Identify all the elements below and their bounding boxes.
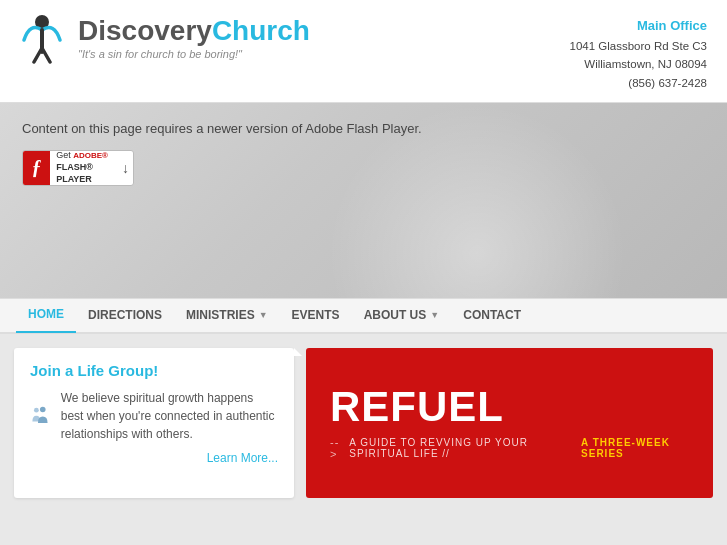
- ministries-arrow-icon: ▼: [259, 310, 268, 320]
- flash-f-icon: ƒ: [32, 156, 42, 179]
- logo-text-area: DiscoveryChurch "It's a sin for church t…: [78, 16, 310, 61]
- logo-discovery: Discovery: [78, 15, 212, 46]
- nav-directions[interactable]: DIRECTIONS: [76, 297, 174, 333]
- life-group-title: Join a Life Group!: [30, 362, 278, 379]
- flash-get: Get ADOBE®: [56, 150, 108, 160]
- flash-icon: ƒ: [23, 150, 50, 186]
- about-arrow-icon: ▼: [430, 310, 439, 320]
- nav-bar: HOME DIRECTIONS MINISTRIES ▼ EVENTS ABOU…: [0, 298, 727, 334]
- flash-badge-text: Get ADOBE® FLASH® PLAYER: [50, 150, 122, 186]
- contact-info: Main Office 1041 Glassboro Rd Ste C3 Wil…: [570, 16, 707, 92]
- refuel-title: REFUEL: [330, 386, 689, 428]
- refuel-fuel: FUEL: [390, 383, 504, 430]
- refuel-card[interactable]: REFUEL --> A GUIDE TO REVVING UP YOUR SP…: [306, 348, 713, 498]
- nav-ministries[interactable]: MINISTRIES ▼: [174, 297, 280, 333]
- learn-more-link[interactable]: Learn More...: [61, 451, 278, 465]
- logo-icon: [16, 12, 68, 64]
- logo-name: DiscoveryChurch: [78, 16, 310, 47]
- contact-phone: (856) 637-2428: [570, 74, 707, 92]
- logo-tagline: "It's a sin for church to be boring!": [78, 48, 310, 60]
- nav-home[interactable]: HOME: [16, 297, 76, 333]
- main-content: Join a Life Group! We believe spiritual …: [0, 334, 727, 512]
- contact-address1: 1041 Glassboro Rd Ste C3: [570, 37, 707, 55]
- header: DiscoveryChurch "It's a sin for church t…: [0, 0, 727, 103]
- life-group-card: Join a Life Group! We believe spiritual …: [14, 348, 294, 498]
- nav-about[interactable]: ABOUT US ▼: [352, 297, 452, 333]
- life-group-body: We believe spiritual growth happens best…: [30, 389, 278, 465]
- contact-address2: Williamstown, NJ 08094: [570, 55, 707, 73]
- refuel-re: RE: [330, 383, 390, 430]
- flash-badge[interactable]: ƒ Get ADOBE® FLASH® PLAYER ↓: [22, 150, 134, 186]
- refuel-highlight: A THREE-WEEK SERIES: [581, 437, 689, 459]
- flash-content-area: Content on this page requires a newer ve…: [0, 103, 727, 298]
- refuel-arrow-icon: -->: [330, 436, 343, 460]
- nav-events[interactable]: EVENTS: [280, 297, 352, 333]
- life-group-text: We believe spiritual growth happens best…: [61, 389, 278, 443]
- nav-contact[interactable]: CONTACT: [451, 297, 533, 333]
- svg-point-1: [34, 408, 39, 413]
- contact-title: Main Office: [570, 16, 707, 37]
- logo-church: Church: [212, 15, 310, 46]
- flash-download-arrow: ↓: [122, 160, 133, 176]
- flash-message: Content on this page requires a newer ve…: [22, 121, 705, 136]
- refuel-subtitle: --> A GUIDE TO REVVING UP YOUR SPIRITUAL…: [330, 436, 689, 460]
- people-icon: [30, 389, 51, 441]
- refuel-subtitle-text: A GUIDE TO REVVING UP YOUR SPIRITUAL LIF…: [349, 437, 575, 459]
- life-group-description: We believe spiritual growth happens best…: [61, 389, 278, 465]
- flash-adobe: ADOBE®: [73, 151, 108, 160]
- flash-player-label: FLASH® PLAYER: [56, 162, 116, 185]
- logo-area: DiscoveryChurch "It's a sin for church t…: [16, 12, 310, 64]
- svg-point-2: [40, 407, 46, 413]
